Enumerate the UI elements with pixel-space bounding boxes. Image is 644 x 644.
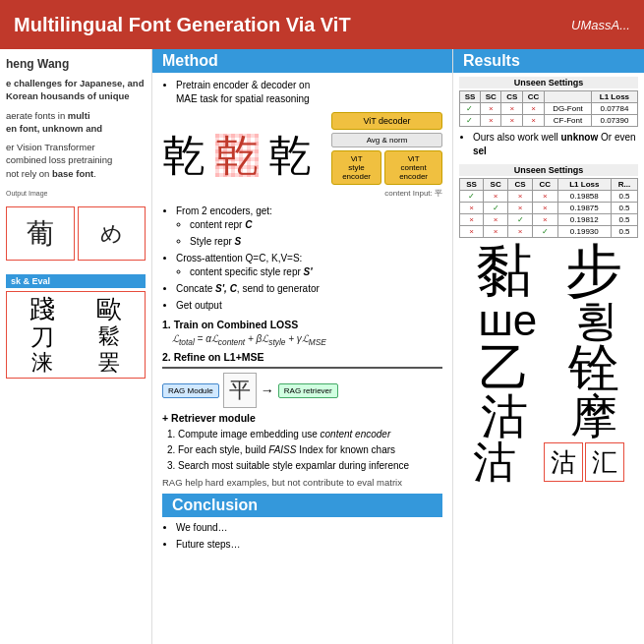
table1-header-cc: CC xyxy=(523,91,545,103)
content-repr: content repr C xyxy=(190,218,442,232)
task-char-6: 罢 xyxy=(77,351,143,375)
char-demo: 乾 乾 乾 ViT decoder Avg & norm ViTstyle en… xyxy=(162,112,442,199)
task-eval-header: sk & Eval xyxy=(6,274,146,288)
char-grid: 葡 め xyxy=(6,206,146,261)
demo-char-1: 乾 xyxy=(162,134,205,177)
task-chars-container: 踐 歐 刀 鬆 涞 罢 xyxy=(6,291,146,379)
task-eval-section: sk & Eval 踐 歐 刀 鬆 涞 罢 xyxy=(6,270,146,379)
retriever-list: Compute image embedding use content enco… xyxy=(162,428,442,473)
big-char-quan: 铨 xyxy=(568,342,619,393)
table2-title: Unseen Settings xyxy=(459,164,638,176)
vit-content-encoder-box: ViTcontent encoder xyxy=(384,150,442,185)
formula: ℒtotal = αℒcontent + βℒstyle + γℒMSE xyxy=(172,333,442,347)
encoders-sub-list: content repr C Style repr S xyxy=(176,218,442,249)
step2-label: 2. Refine on L1+MSE xyxy=(162,351,442,363)
middle-column: Method Pretrain encoder & decoder onMAE … xyxy=(152,49,452,644)
table1-row-1: ✓ × × × DG-Font 0.07784 xyxy=(460,103,638,115)
big-chars-row1: 黏 步 xyxy=(459,242,638,299)
retriever-item-1: Compute image embedding use content enco… xyxy=(178,428,442,441)
retriever-title: + Retriever module xyxy=(162,412,442,424)
table1-r2-ss: ✓ xyxy=(460,115,481,127)
method-bullet-encoders: From 2 encoders, get: content repr C Sty… xyxy=(176,205,442,249)
results-note-list: Ours also work well unknow Or even sel xyxy=(459,131,638,158)
task-char-2: 歐 xyxy=(77,295,143,323)
poster-title: Multilingual Font Generation Via ViT xyxy=(14,14,351,36)
method-bullets-1: Pretrain encoder & decoder onMAE task fo… xyxy=(162,79,442,106)
conclusion-bullets: We found… Future steps… xyxy=(162,521,442,552)
table2-header-cs: CS xyxy=(508,179,533,191)
vit-diagram: ViT decoder Avg & norm ViTstyle encoder … xyxy=(331,112,442,199)
table1-r1-l1: 0.07784 xyxy=(591,103,637,115)
big-chars-row5: 沽 沽 汇 xyxy=(459,440,638,484)
table1-r2-cc: × xyxy=(523,115,545,127)
rag-arrow: → xyxy=(261,382,274,398)
demo-char-2: 乾 xyxy=(215,134,259,177)
big-chars-row3: 乙 铨 xyxy=(459,342,638,393)
method-bullets-2: From 2 encoders, get: content repr C Sty… xyxy=(162,205,442,313)
style-repr-prime: content specific style repr S' xyxy=(190,265,442,279)
header: Multilingual Font Generation Via ViT UMa… xyxy=(0,0,644,49)
table1-r1-cs: × xyxy=(501,103,523,115)
author-name: heng Wang xyxy=(6,57,146,71)
vit-text: er Vision Transformer combined loss pret… xyxy=(6,141,146,180)
cross-attention-sub: content specific style repr S' xyxy=(176,265,442,279)
table1-r2-sc: × xyxy=(480,115,501,127)
table1-header-ss: SS xyxy=(460,91,481,103)
results-header: Results xyxy=(453,49,644,73)
conclusion-header: Conclusion xyxy=(162,494,442,517)
small-char-group: 沽 汇 xyxy=(544,442,624,482)
step1-label: 1. Train on Combined LOSS xyxy=(162,319,442,330)
big-char-hoek: 횡 xyxy=(575,299,618,342)
char-box-1: 葡 xyxy=(6,206,75,261)
big-chars-row2: ше 횡 xyxy=(459,299,638,342)
challenges-text: e challenges for Japanese, and Korean ho… xyxy=(6,77,146,103)
results-content: Unseen Settings SS SC CS CC L1 Loss xyxy=(453,73,644,644)
table1-header-sc: SC xyxy=(480,91,501,103)
table2-row-4: × × × ✓ 0.19930 0.5 xyxy=(460,226,638,238)
vit-decoder-box: ViT decoder xyxy=(331,112,442,130)
table1-r1-cc: × xyxy=(523,103,545,115)
table1-r1-method: DG-Font xyxy=(545,103,592,115)
table1-r1-sc: × xyxy=(480,103,501,115)
demo-char-3: 乾 xyxy=(268,134,312,177)
table2-header-r: R... xyxy=(612,179,638,191)
table2-row-2: × ✓ × × 0.19875 0.5 xyxy=(460,203,638,214)
table1-row-2: ✓ × × × CF-Font 0.07390 xyxy=(460,115,638,127)
table2-header-sc: SC xyxy=(484,179,508,191)
conclusion-item-2: Future steps… xyxy=(176,538,442,552)
task-char-4: 鬆 xyxy=(77,324,143,350)
char-box-2: め xyxy=(78,206,146,261)
table2-row-3: × × ✓ × 0.19812 0.5 xyxy=(460,214,638,226)
big-char-she: ше xyxy=(479,299,538,342)
table1-r2-method: CF-Font xyxy=(545,115,592,127)
divider xyxy=(162,367,442,369)
big-char-gu2: 沽 xyxy=(473,440,516,484)
rag-retriever-box: RAG retriever xyxy=(278,383,338,398)
small-char-box-right: 汇 xyxy=(585,442,624,482)
big-char-yi: 乙 xyxy=(479,342,530,393)
table2-header-cc: CC xyxy=(533,179,558,191)
get-output: Get output xyxy=(176,299,442,313)
small-char-box-left: 沽 xyxy=(544,442,583,482)
conclusion-item-1: We found… xyxy=(176,521,442,535)
generate-text: aerate fonts in multi en font, unknown a… xyxy=(6,109,146,136)
rag-diagram: RAG Module 平 → RAG retriever xyxy=(162,373,442,408)
style-repr: Style repr S xyxy=(190,235,442,249)
big-chars-section: 黏 步 ше 횡 乙 铨 沽 摩 xyxy=(459,242,638,484)
task-chars-grid: 踐 歐 刀 鬆 涞 罢 xyxy=(10,295,142,375)
results-note-item: Ours also work well unknow Or even sel xyxy=(473,131,638,158)
output-image-label: Output Image xyxy=(6,190,146,197)
rag-module-box: RAG Module xyxy=(162,383,219,398)
table2: SS SC CS CC L1 Loss R... ✓ × × xyxy=(459,178,638,238)
vit-style-encoder-box: ViTstyle encoder xyxy=(331,150,381,185)
rag-char-display: 平 xyxy=(223,373,257,408)
method-header: Method xyxy=(152,49,452,73)
right-column: Results Unseen Settings SS SC CS CC L1 L… xyxy=(452,49,644,644)
rag-note: RAG help hard examples, but not contribu… xyxy=(162,477,442,488)
table1-title: Unseen Settings xyxy=(459,77,638,88)
big-char-mo: 摩 xyxy=(570,393,617,440)
big-char-gu: 沽 xyxy=(481,393,528,440)
conclusion-section: Conclusion We found… Future steps… xyxy=(162,494,442,552)
poster: Multilingual Font Generation Via ViT UMa… xyxy=(0,0,644,644)
retriever-item-3: Search most suitable style expamlar duri… xyxy=(178,459,442,473)
